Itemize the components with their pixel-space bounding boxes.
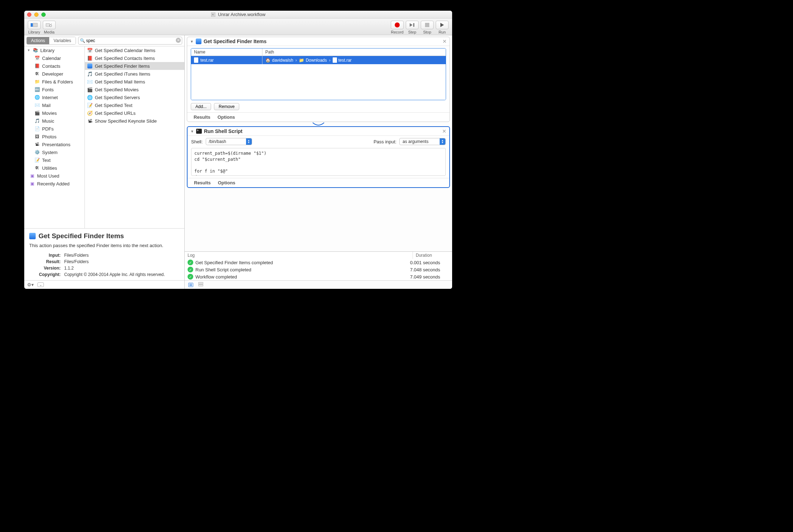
library-category[interactable]: 🛠Developer <box>24 70 85 78</box>
library-category[interactable]: 🛠Utilities <box>24 164 85 172</box>
log-view-icon[interactable] <box>188 283 193 287</box>
list-view-icon[interactable] <box>198 282 203 287</box>
action-list-item[interactable]: 📕Get Specified Contacts Items <box>85 54 184 62</box>
library-smart-folder[interactable]: ▣Most Used <box>24 172 85 180</box>
results-tab[interactable]: Results <box>194 114 210 120</box>
options-tab[interactable]: Options <box>218 180 235 185</box>
table-row[interactable]: test.rar 🏠 davidwalsh › 📁 Downloads › te… <box>191 56 446 64</box>
library-category[interactable]: 📝Text <box>24 156 85 164</box>
remove-action-button[interactable]: ✕ <box>442 128 446 134</box>
home-icon: 🏠 <box>265 58 271 63</box>
action-list[interactable]: 📅Get Specified Calendar Items📕Get Specif… <box>85 46 184 228</box>
shell-select[interactable]: /bin/bash ▲▼ <box>206 138 252 145</box>
item-name: test.rar <box>200 58 214 63</box>
toggle-description-icon[interactable]: ⌄ <box>37 282 44 287</box>
log-panel: Log Duration ✓Get Specified Finder Items… <box>185 251 452 280</box>
library-tree[interactable]: ▼ 📚 Library 📅Calendar📕Contacts🛠Developer… <box>24 46 85 228</box>
step-button[interactable]: Step <box>406 21 419 34</box>
library-category[interactable]: ✉️Mail <box>24 101 85 109</box>
add-button[interactable]: Add... <box>191 103 211 110</box>
shell-label: Shell: <box>191 139 203 144</box>
folder-icon: 📁 <box>299 58 304 63</box>
action-title: Get Specified Finder Items <box>204 39 267 44</box>
actions-variables-segment[interactable]: Actions Variables <box>26 37 76 45</box>
action-list-item[interactable]: 📽Show Specified Keynote Slide <box>85 117 184 125</box>
library-category[interactable]: 🔤Fonts <box>24 86 85 93</box>
library-category[interactable]: 📁Files & Folders <box>24 78 85 86</box>
document-icon <box>333 57 337 63</box>
options-tab[interactable]: Options <box>218 114 235 120</box>
item-path: 🏠 davidwalsh › 📁 Downloads › test.rar <box>262 56 446 64</box>
action-list-item[interactable]: Get Specified Finder Items <box>85 62 184 70</box>
tab-variables[interactable]: Variables <box>49 37 75 44</box>
category-icon: 🎬 <box>34 110 40 116</box>
record-button[interactable]: Record <box>391 21 404 34</box>
library-icon: 📚 <box>32 47 38 53</box>
tab-actions[interactable]: Actions <box>27 37 49 44</box>
gear-icon[interactable]: ⚙︎▾ <box>27 282 34 287</box>
svg-rect-2 <box>33 23 37 27</box>
log-header[interactable]: Log <box>185 252 413 259</box>
action-icon: 🧭 <box>87 110 93 116</box>
action-list-item[interactable]: 📅Get Specified Calendar Items <box>85 46 184 54</box>
action-list-item[interactable]: ✉️Get Specified Mail Items <box>85 78 184 86</box>
workflow-action-shell-script[interactable]: ▼ Run Shell Script ✕ Shell: /bin/bash ▲▼ <box>187 126 450 188</box>
finder-items-table[interactable]: Name Path test.rar 🏠 davidwalsh <box>191 48 446 100</box>
remove-button[interactable]: Remove <box>214 103 239 110</box>
category-icon: ✉️ <box>34 102 40 108</box>
action-icon: 📝 <box>87 102 93 108</box>
category-icon: 📄 <box>34 126 40 132</box>
action-description: Get Specified Finder Items This action p… <box>24 228 184 280</box>
results-tab[interactable]: Results <box>194 180 211 185</box>
category-icon: 🖼 <box>34 134 40 139</box>
remove-action-button[interactable]: ✕ <box>442 39 447 44</box>
stop-icon <box>425 23 429 27</box>
stop-button[interactable]: Stop <box>421 21 434 34</box>
duration-header[interactable]: Duration <box>413 252 452 259</box>
library-root[interactable]: ▼ 📚 Library <box>24 46 85 54</box>
library-category[interactable]: 🌐Internet <box>24 93 85 101</box>
disclosure-icon[interactable]: ▼ <box>190 129 194 133</box>
search-input[interactable] <box>78 37 183 45</box>
workflow-action-finder-items[interactable]: ▼ Get Specified Finder Items ✕ Name Path <box>187 37 450 122</box>
action-icon: 🎬 <box>87 87 93 92</box>
run-button[interactable]: Run <box>436 21 449 34</box>
checkmark-icon: ✓ <box>188 274 193 280</box>
action-icon: 📅 <box>87 47 93 53</box>
action-icon: 🌐 <box>87 94 93 100</box>
search-field[interactable]: 🔍 ✕ <box>78 37 183 45</box>
desc-title: Get Specified Finder Items <box>39 232 124 240</box>
library-category[interactable]: 📕Contacts <box>24 62 85 70</box>
media-button[interactable]: Media <box>43 21 56 34</box>
category-icon: 📕 <box>34 63 40 69</box>
action-list-item[interactable]: 🧭Get Specified URLs <box>85 109 184 117</box>
action-icon: ✉️ <box>87 79 93 85</box>
action-list-item[interactable]: 📝Get Specified Text <box>85 101 184 109</box>
category-icon: 📽 <box>34 142 40 147</box>
script-textarea[interactable]: current_path=$(dirname "$1") cd "$curren… <box>191 148 446 176</box>
library-category[interactable]: 🎵Music <box>24 117 85 125</box>
desc-summary: This action passes the specified Finder … <box>29 243 179 248</box>
category-icon: 📅 <box>34 55 40 61</box>
automator-window: Unrar Archive.workflow Library Media Rec… <box>24 11 452 289</box>
category-icon: 🛠 <box>34 71 40 77</box>
pass-input-select[interactable]: as arguments ▲▼ <box>399 138 446 145</box>
library-smart-folder[interactable]: ▣Recently Added <box>24 180 85 188</box>
library-category[interactable]: 🖼Photos <box>24 133 85 140</box>
col-header-path[interactable]: Path <box>262 48 446 56</box>
clear-search-button[interactable]: ✕ <box>176 38 181 43</box>
action-list-item[interactable]: 🌐Get Specified Servers <box>85 93 184 101</box>
library-category[interactable]: 🎬Movies <box>24 109 85 117</box>
col-header-name[interactable]: Name <box>191 48 262 56</box>
svg-point-4 <box>50 25 52 27</box>
library-button[interactable]: Library <box>28 21 41 34</box>
library-category[interactable]: 📽Presentations <box>24 140 85 148</box>
library-category[interactable]: 📄PDFs <box>24 125 85 133</box>
library-category[interactable]: ⚙️System <box>24 148 85 156</box>
action-list-item[interactable]: 🎬Get Specified Movies <box>85 86 184 93</box>
action-list-item[interactable]: 🎵Get Specified iTunes Items <box>85 70 184 78</box>
disclosure-icon[interactable]: ▼ <box>190 40 194 44</box>
category-icon: 🌐 <box>34 94 40 100</box>
checkmark-icon: ✓ <box>188 260 193 265</box>
library-category[interactable]: 📅Calendar <box>24 54 85 62</box>
